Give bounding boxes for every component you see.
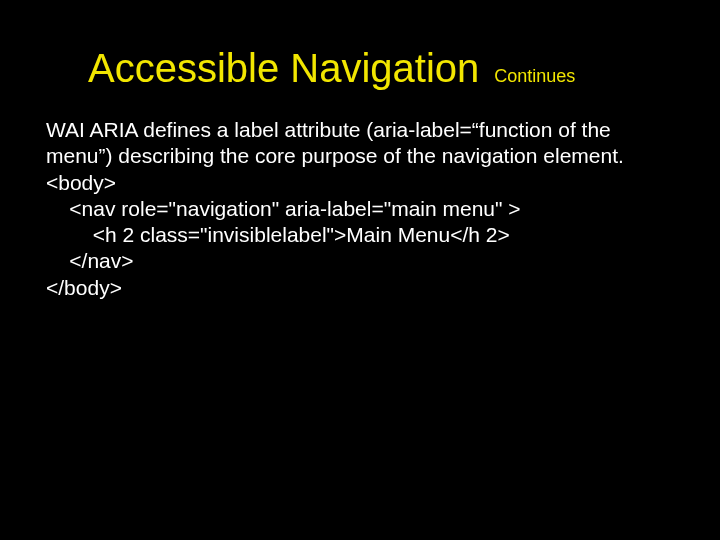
code-example: <body> <nav role="navigation" aria-label…: [46, 170, 674, 301]
slide-title: Accessible Navigation Continues: [88, 46, 674, 91]
intro-paragraph: WAI ARIA defines a label attribute (aria…: [46, 117, 674, 170]
title-sub: Continues: [494, 66, 575, 86]
slide: Accessible Navigation Continues WAI ARIA…: [0, 0, 720, 540]
title-main: Accessible Navigation: [88, 46, 479, 90]
